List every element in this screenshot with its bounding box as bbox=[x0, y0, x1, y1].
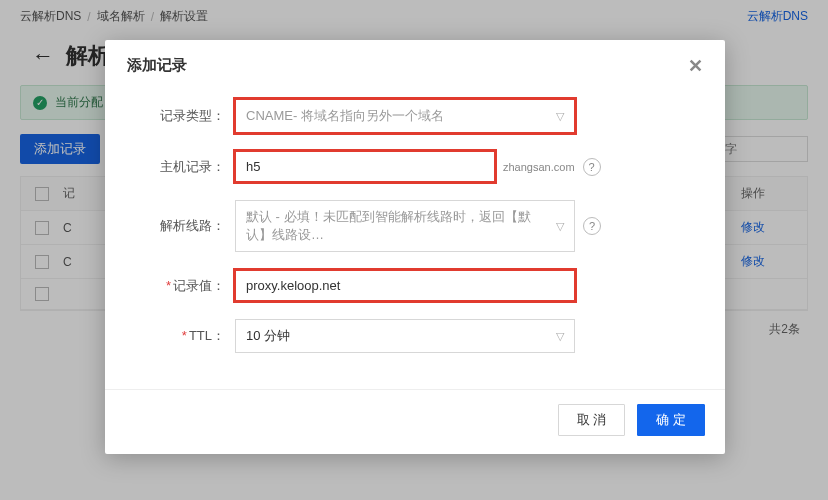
add-record-modal: 添加记录 ✕ 记录类型： CNAME- 将域名指向另外一个域名 ▽ 主机记录： … bbox=[105, 40, 725, 454]
ttl-value: 10 分钟 bbox=[246, 327, 290, 345]
form-row-host: 主机记录： h5 zhangsan.com ? bbox=[135, 151, 695, 182]
label-record-value-text: 记录值： bbox=[173, 278, 225, 293]
label-host: 主机记录： bbox=[135, 158, 235, 176]
chevron-down-icon: ▽ bbox=[556, 330, 564, 343]
resolve-line-value: 默认 - 必填！未匹配到智能解析线路时，返回【默认】线路设… bbox=[246, 208, 556, 244]
label-line: 解析线路： bbox=[135, 217, 235, 235]
modal-header: 添加记录 ✕ bbox=[105, 40, 725, 89]
record-value-input[interactable]: proxy.keloop.net bbox=[235, 270, 575, 301]
help-icon[interactable]: ? bbox=[583, 158, 601, 176]
required-marker: * bbox=[182, 328, 187, 343]
form-row-line: 解析线路： 默认 - 必填！未匹配到智能解析线路时，返回【默认】线路设… ▽ ? bbox=[135, 200, 695, 252]
ok-button[interactable]: 确 定 bbox=[637, 404, 705, 436]
host-suffix: zhangsan.com bbox=[503, 161, 575, 173]
modal-footer: 取 消 确 定 bbox=[105, 389, 725, 454]
close-icon[interactable]: ✕ bbox=[688, 57, 703, 75]
chevron-down-icon: ▽ bbox=[556, 220, 564, 233]
host-record-input[interactable]: h5 bbox=[235, 151, 495, 182]
form-row-value: *记录值： proxy.keloop.net bbox=[135, 270, 695, 301]
form-row-ttl: *TTL： 10 分钟 ▽ bbox=[135, 319, 695, 353]
host-record-value: h5 bbox=[246, 159, 260, 174]
resolve-line-select[interactable]: 默认 - 必填！未匹配到智能解析线路时，返回【默认】线路设… ▽ bbox=[235, 200, 575, 252]
required-marker: * bbox=[166, 278, 171, 293]
record-type-select[interactable]: CNAME- 将域名指向另外一个域名 ▽ bbox=[235, 99, 575, 133]
record-value-text: proxy.keloop.net bbox=[246, 278, 340, 293]
modal-body: 记录类型： CNAME- 将域名指向另外一个域名 ▽ 主机记录： h5 zhan… bbox=[105, 89, 725, 389]
label-ttl-text: TTL： bbox=[189, 328, 225, 343]
record-type-value: CNAME- 将域名指向另外一个域名 bbox=[246, 107, 444, 125]
modal-title: 添加记录 bbox=[127, 56, 187, 75]
label-record-type: 记录类型： bbox=[135, 107, 235, 125]
label-ttl: *TTL： bbox=[135, 327, 235, 345]
ttl-select[interactable]: 10 分钟 ▽ bbox=[235, 319, 575, 353]
chevron-down-icon: ▽ bbox=[556, 110, 564, 123]
form-row-type: 记录类型： CNAME- 将域名指向另外一个域名 ▽ bbox=[135, 99, 695, 133]
help-icon[interactable]: ? bbox=[583, 217, 601, 235]
label-record-value: *记录值： bbox=[135, 277, 235, 295]
cancel-button[interactable]: 取 消 bbox=[558, 404, 626, 436]
